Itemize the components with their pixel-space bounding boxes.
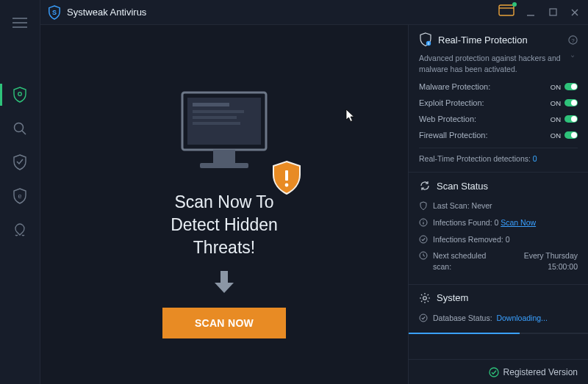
realtime-title: Real-Time Protection (438, 35, 528, 46)
brand-logo-icon: S (48, 5, 61, 20)
refresh-icon (419, 180, 431, 192)
mouse-cursor-icon (345, 109, 356, 126)
nav-protection-icon[interactable] (0, 145, 40, 179)
svg-point-0 (18, 93, 22, 96)
toggle-web: Web Protection: ON (419, 111, 578, 127)
svg-rect-14 (285, 170, 288, 181)
gear-icon (419, 292, 431, 304)
clock-icon (419, 251, 428, 260)
svg-point-25 (490, 368, 498, 377)
switch-firewall[interactable] (564, 131, 578, 139)
toggle-exploit: Exploit Protection: ON (419, 95, 578, 111)
svg-rect-4 (499, 5, 514, 15)
svg-rect-10 (193, 116, 237, 119)
db-status-value: Downloading... (496, 314, 547, 322)
shield-icon: i (419, 32, 432, 47)
svg-point-21 (420, 236, 427, 243)
svg-point-24 (420, 314, 427, 322)
nav-boost-icon[interactable] (0, 213, 40, 247)
app-title: Systweak Antivirus (67, 7, 146, 18)
footer: Registered Version (409, 359, 588, 384)
help-icon[interactable]: ? (568, 35, 578, 45)
titlebar: S Systweak Antivirus (40, 0, 588, 25)
side-panel: i Real-Time Protection ? Advanced protec… (408, 25, 588, 384)
scan-now-link[interactable]: Scan Now (501, 218, 536, 227)
switch-web[interactable] (564, 115, 578, 123)
info-icon (419, 218, 428, 227)
hero-headline: Scan Now To Detect Hidden Threats! (171, 191, 278, 259)
svg-rect-9 (193, 110, 244, 113)
monitor-illustration (162, 85, 287, 181)
shield-check-icon (419, 201, 428, 210)
svg-point-1 (15, 123, 24, 132)
arrow-down-icon (213, 269, 235, 297)
hero: Scan Now To Detect Hidden Threats! SCAN … (40, 25, 408, 384)
svg-text:e: e (18, 192, 21, 200)
check-circle-icon (419, 314, 428, 322)
svg-point-15 (285, 184, 289, 187)
scan-status-title: Scan Status (437, 181, 488, 192)
switch-exploit[interactable] (564, 99, 578, 106)
maximize-button[interactable] (547, 7, 559, 18)
nav-extensions-icon[interactable]: e (0, 179, 40, 213)
nav-shield-icon[interactable] (0, 78, 40, 112)
svg-rect-8 (193, 103, 229, 106)
realtime-section: i Real-Time Protection ? Advanced protec… (409, 25, 588, 173)
svg-rect-12 (213, 150, 235, 163)
toggle-malware: Malware Protection: ON (419, 79, 578, 95)
license-card-icon[interactable] (498, 4, 514, 21)
system-title: System (437, 292, 468, 303)
realtime-note[interactable]: Advanced protection against hackers and … (419, 53, 578, 74)
toggle-firewall: Firewall Protection: ON (419, 127, 578, 143)
svg-rect-11 (193, 122, 240, 125)
svg-rect-13 (200, 163, 248, 168)
realtime-detections: Real-Time Protection detections: 0 (419, 148, 578, 163)
svg-text:S: S (52, 8, 57, 15)
system-section: System Database Status: Downloading... (409, 285, 588, 333)
download-progress (409, 333, 588, 334)
scan-status-section: Scan Status Last Scan: Never Infections … (409, 173, 588, 284)
scan-now-button[interactable]: SCAN NOW (162, 308, 286, 338)
license-status: Registered Version (503, 367, 578, 377)
minimize-button[interactable] (525, 7, 537, 18)
sidebar: e (0, 0, 40, 384)
chevron-down-icon (570, 53, 575, 60)
check-circle-icon (489, 367, 499, 377)
switch-malware[interactable] (564, 83, 578, 90)
check-circle-icon (419, 235, 428, 244)
nav-search-icon[interactable] (0, 112, 40, 145)
svg-text:?: ? (571, 37, 575, 43)
hamburger-menu-icon[interactable] (0, 6, 40, 40)
svg-rect-5 (550, 9, 556, 15)
close-button[interactable] (569, 7, 581, 18)
svg-point-23 (423, 297, 427, 300)
